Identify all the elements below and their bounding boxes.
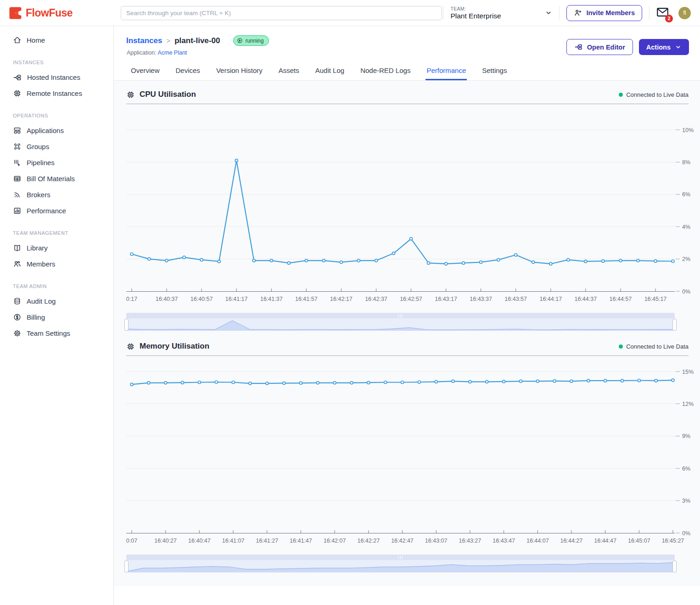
svg-text:16:42:47: 16:42:47: [391, 538, 414, 544]
editor-node-icon: [574, 43, 583, 51]
tab-settings[interactable]: Settings: [481, 61, 508, 80]
svg-text:16:43:47: 16:43:47: [493, 538, 515, 544]
divider: [649, 6, 650, 20]
sidebar-item-hosted-instances[interactable]: Hosted Instances: [0, 69, 113, 85]
navigator-left-handle[interactable]: [124, 319, 129, 331]
svg-text:16:41:57: 16:41:57: [295, 296, 318, 302]
memory-utilisation-chart: 0%3%6%9%12%15%0:0716:40:2716:40:4716:41:…: [114, 356, 700, 549]
svg-text:16:45:27: 16:45:27: [662, 538, 684, 544]
navigator-track[interactable]: [126, 560, 675, 572]
svg-text:8%: 8%: [682, 159, 690, 166]
sidebar-item-performance[interactable]: Performance: [0, 203, 113, 219]
tab-assets[interactable]: Assets: [278, 61, 300, 80]
tab-node-red-logs[interactable]: Node-RED Logs: [359, 61, 411, 80]
tab-overview[interactable]: Overview: [130, 61, 161, 80]
sidebar-item-label: Hosted Instances: [27, 73, 80, 81]
notifications-button[interactable]: 2: [656, 7, 669, 19]
flowfuse-logo-icon: [9, 7, 22, 19]
person-plus-icon: [574, 9, 582, 17]
actions-label: Actions: [646, 44, 671, 51]
sidebar-section-label-team-management: TEAM MANAGEMENT: [13, 230, 113, 236]
navigator-drag-strip[interactable]: [126, 555, 675, 560]
svg-text:16:43:27: 16:43:27: [459, 538, 482, 544]
sidebar-item-team-settings[interactable]: Team Settings: [0, 325, 113, 341]
svg-text:12%: 12%: [682, 401, 694, 407]
sidebar-item-label: Library: [27, 244, 48, 252]
sidebar-item-home[interactable]: Home: [0, 32, 113, 48]
svg-text:16:43:07: 16:43:07: [425, 538, 448, 544]
tab-audit-log[interactable]: Audit Log: [314, 61, 345, 80]
live-dot-icon: [619, 344, 623, 349]
breadcrumb-instances-link[interactable]: Instances: [126, 36, 162, 45]
svg-text:0:17: 0:17: [126, 296, 137, 302]
sidebar-item-label: Applications: [27, 127, 64, 134]
svg-text:16:43:17: 16:43:17: [435, 296, 457, 302]
breadcrumb-separator: >: [166, 37, 170, 44]
memory-utilisation-header: Memory Utilisation Connected to Live Dat…: [126, 333, 689, 356]
sidebar-item-label: Remote Instances: [27, 89, 82, 97]
navigator-right-handle[interactable]: [672, 319, 677, 331]
sidebar-item-bill-of-materials[interactable]: Bill Of Materials: [0, 171, 113, 187]
navigator-track[interactable]: [126, 318, 675, 331]
sidebar-item-label: Team Settings: [27, 329, 70, 337]
chevron-down-icon: [545, 9, 552, 17]
sidebar-item-label: Bill Of Materials: [27, 175, 75, 183]
brokers-icon: [13, 190, 22, 199]
sidebar-item-applications[interactable]: Applications: [0, 122, 113, 139]
live-data-status: Connected to Live Data: [619, 343, 689, 350]
sidebar-item-remote-instances[interactable]: Remote Instances: [0, 85, 113, 101]
svg-text:16:42:07: 16:42:07: [324, 538, 346, 544]
avatar[interactable]: fl: [678, 7, 691, 19]
bill-of-materials-icon: [13, 174, 22, 183]
live-status-label: Connected to Live Data: [626, 91, 689, 98]
page-header: Instances > plant-live-00 running Applic…: [114, 26, 700, 56]
team-selector[interactable]: TEAM: Plant Enterprise: [450, 6, 552, 20]
sidebar-item-audit-log[interactable]: Audit Log: [0, 293, 113, 309]
sidebar-item-pipelines[interactable]: Pipelines: [0, 155, 113, 171]
team-settings-icon: [13, 329, 22, 338]
chart-range-navigator: [126, 555, 675, 572]
svg-text:2%: 2%: [682, 256, 690, 262]
sidebar-item-library[interactable]: Library: [0, 240, 113, 256]
live-dot-icon: [619, 93, 623, 97]
svg-text:16:44:57: 16:44:57: [610, 296, 632, 302]
sidebar-item-label: Billing: [27, 313, 45, 321]
chip-icon: [126, 90, 135, 99]
svg-text:16:44:17: 16:44:17: [539, 296, 562, 302]
navigator-left-handle[interactable]: [124, 561, 129, 572]
sidebar-item-groups[interactable]: Groups: [0, 139, 113, 155]
app-root: FlowFuse TEAM: Plant Enterprise Invite M…: [0, 0, 700, 605]
tab-devices[interactable]: Devices: [175, 61, 201, 80]
navigator-drag-strip[interactable]: [126, 313, 675, 318]
team-name: Plant Enterprise: [450, 12, 501, 20]
search-input[interactable]: [121, 6, 442, 20]
sidebar-item-brokers[interactable]: Brokers: [0, 187, 113, 203]
groups-icon: [13, 142, 22, 151]
brand[interactable]: FlowFuse: [9, 7, 116, 19]
members-icon: [13, 260, 22, 268]
line-chart: 0%2%4%6%8%10%0:1716:40:3716:40:5716:41:1…: [126, 104, 695, 307]
invite-members-button[interactable]: Invite Members: [566, 5, 642, 21]
cpu-utilisation-section: CPU Utilisation Connected to Live Data 0…: [114, 81, 700, 331]
sidebar-section-label-operations: OPERATIONS: [13, 113, 113, 118]
topbar-right: TEAM: Plant Enterprise Invite Members: [443, 5, 691, 21]
sidebar-item-label: Audit Log: [27, 297, 56, 305]
applications-icon: [13, 126, 22, 135]
application-label: Application:: [127, 50, 157, 56]
section-title: Memory Utilisation: [140, 342, 209, 351]
navigator-right-handle[interactable]: [672, 561, 677, 572]
performance-icon: [13, 206, 22, 215]
tab-performance[interactable]: Performance: [426, 61, 467, 80]
open-editor-button[interactable]: Open Editor: [566, 39, 633, 55]
live-status-label: Connected to Live Data: [626, 343, 689, 350]
chip-icon: [13, 89, 22, 98]
sidebar-item-members[interactable]: Members: [0, 256, 113, 272]
application-link[interactable]: Acme Plant: [157, 50, 187, 56]
section-title: CPU Utilisation: [140, 90, 196, 99]
tab-version-history[interactable]: Version History: [215, 61, 263, 80]
sidebar-section-label-instances: INSTANCES: [13, 60, 113, 65]
actions-button[interactable]: Actions: [639, 39, 689, 55]
line-chart: 0%3%6%9%12%15%0:0716:40:2716:40:4716:41:…: [126, 356, 695, 549]
sidebar-section-label-team-admin: TEAM ADMIN: [13, 283, 113, 289]
sidebar-item-billing[interactable]: Billing: [0, 309, 113, 325]
